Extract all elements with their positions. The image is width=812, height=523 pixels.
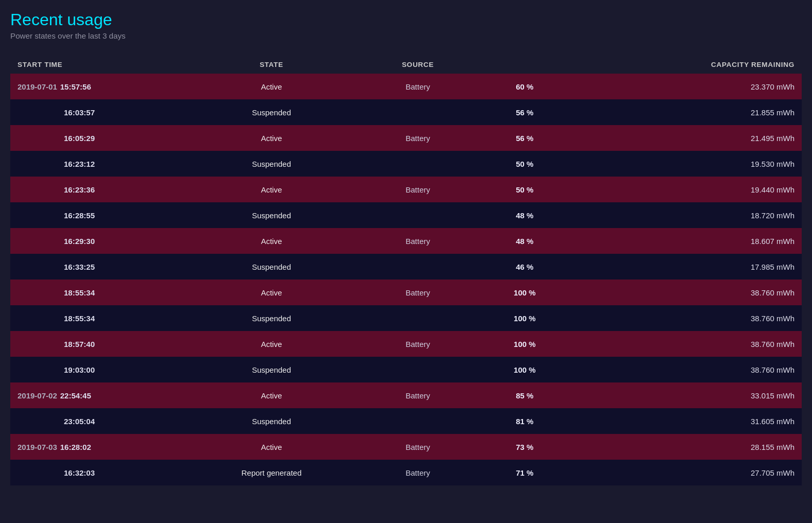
- col-header-source: SOURCE: [359, 56, 477, 74]
- table-row: 18:57:40ActiveBattery100 %38.760 mWh: [10, 331, 802, 357]
- cell-start-time: 2019-07-0316:28:02: [10, 434, 184, 460]
- cell-source: [359, 254, 477, 280]
- cell-capacity-mwh: 21.855 mWh: [572, 99, 802, 125]
- cell-capacity-percent: 46 %: [477, 254, 572, 280]
- cell-state: Suspended: [184, 99, 359, 125]
- cell-state: Suspended: [184, 305, 359, 331]
- time-part: 22:54:45: [60, 391, 91, 400]
- cell-capacity-percent: 48 %: [477, 228, 572, 254]
- col-header-start-time: START TIME: [10, 56, 184, 74]
- table-row: 16:28:55Suspended48 %18.720 mWh: [10, 202, 802, 228]
- cell-source: [359, 357, 477, 382]
- cell-source: Battery: [359, 434, 477, 460]
- cell-source: [359, 99, 477, 125]
- cell-source: Battery: [359, 74, 477, 99]
- cell-state: Active: [184, 125, 359, 151]
- cell-state: Active: [184, 74, 359, 99]
- cell-source: Battery: [359, 177, 477, 202]
- cell-capacity-mwh: 18.607 mWh: [572, 228, 802, 254]
- table-header-row: START TIME STATE SOURCE CAPACITY REMAINI…: [10, 56, 802, 74]
- cell-start-time: 16:33:25: [10, 254, 184, 280]
- cell-capacity-mwh: 33.015 mWh: [572, 382, 802, 408]
- time-part: 16:05:29: [64, 134, 95, 143]
- cell-source: [359, 408, 477, 434]
- cell-state: Active: [184, 434, 359, 460]
- cell-start-time: 16:32:03: [10, 460, 184, 485]
- cell-state: Active: [184, 280, 359, 305]
- table-row: 18:55:34ActiveBattery100 %38.760 mWh: [10, 280, 802, 305]
- table-row: 16:32:03Report generatedBattery71 %27.70…: [10, 460, 802, 485]
- time-part: 16:33:25: [64, 263, 95, 271]
- cell-start-time: 18:55:34: [10, 305, 184, 331]
- cell-capacity-percent: 50 %: [477, 177, 572, 202]
- cell-state: Active: [184, 382, 359, 408]
- table-row: 19:03:00Suspended100 %38.760 mWh: [10, 357, 802, 382]
- cell-state: Suspended: [184, 151, 359, 177]
- table-row: 2019-07-0115:57:56ActiveBattery60 %23.37…: [10, 74, 802, 99]
- cell-state: Active: [184, 331, 359, 357]
- cell-capacity-percent: 60 %: [477, 74, 572, 99]
- cell-start-time: 2019-07-0115:57:56: [10, 74, 184, 99]
- time-part: 18:55:34: [64, 288, 95, 297]
- cell-state: Suspended: [184, 254, 359, 280]
- date-part: 2019-07-03: [18, 443, 57, 451]
- usage-table: START TIME STATE SOURCE CAPACITY REMAINI…: [10, 56, 802, 485]
- cell-state: Suspended: [184, 357, 359, 382]
- col-header-capacity: CAPACITY REMAINING: [477, 56, 802, 74]
- cell-start-time: 16:23:12: [10, 151, 184, 177]
- cell-source: Battery: [359, 460, 477, 485]
- cell-capacity-mwh: 27.705 mWh: [572, 460, 802, 485]
- cell-start-time: 19:03:00: [10, 357, 184, 382]
- cell-capacity-percent: 50 %: [477, 151, 572, 177]
- cell-start-time: 23:05:04: [10, 408, 184, 434]
- time-part: 18:57:40: [64, 340, 95, 348]
- cell-source: [359, 305, 477, 331]
- cell-capacity-mwh: 17.985 mWh: [572, 254, 802, 280]
- cell-start-time: 18:57:40: [10, 331, 184, 357]
- table-row: 18:55:34Suspended100 %38.760 mWh: [10, 305, 802, 331]
- cell-capacity-mwh: 18.720 mWh: [572, 202, 802, 228]
- table-row: 16:23:36ActiveBattery50 %19.440 mWh: [10, 177, 802, 202]
- cell-capacity-percent: 100 %: [477, 280, 572, 305]
- cell-start-time: 16:23:36: [10, 177, 184, 202]
- time-part: 18:55:34: [64, 314, 95, 323]
- cell-source: Battery: [359, 280, 477, 305]
- cell-capacity-percent: 56 %: [477, 125, 572, 151]
- cell-start-time: 16:28:55: [10, 202, 184, 228]
- cell-capacity-mwh: 19.530 mWh: [572, 151, 802, 177]
- cell-start-time: 16:05:29: [10, 125, 184, 151]
- cell-state: Active: [184, 177, 359, 202]
- cell-start-time: 2019-07-0222:54:45: [10, 382, 184, 408]
- col-header-state: STATE: [184, 56, 359, 74]
- cell-start-time: 16:03:57: [10, 99, 184, 125]
- cell-capacity-percent: 81 %: [477, 408, 572, 434]
- cell-capacity-percent: 56 %: [477, 99, 572, 125]
- time-part: 16:23:12: [64, 160, 95, 168]
- cell-source: Battery: [359, 125, 477, 151]
- cell-source: Battery: [359, 228, 477, 254]
- time-part: 16:28:02: [60, 443, 91, 451]
- cell-source: [359, 202, 477, 228]
- page-title: Recent usage: [10, 10, 802, 29]
- time-part: 16:32:03: [64, 468, 95, 477]
- table-row: 23:05:04Suspended81 %31.605 mWh: [10, 408, 802, 434]
- time-part: 16:29:30: [64, 237, 95, 246]
- table-row: 16:05:29ActiveBattery56 %21.495 mWh: [10, 125, 802, 151]
- cell-capacity-mwh: 28.155 mWh: [572, 434, 802, 460]
- cell-source: [359, 151, 477, 177]
- time-part: 19:03:00: [64, 365, 95, 374]
- time-part: 16:28:55: [64, 211, 95, 220]
- cell-state: Suspended: [184, 408, 359, 434]
- cell-state: Active: [184, 228, 359, 254]
- cell-capacity-percent: 100 %: [477, 357, 572, 382]
- table-row: 2019-07-0222:54:45ActiveBattery85 %33.01…: [10, 382, 802, 408]
- cell-capacity-mwh: 21.495 mWh: [572, 125, 802, 151]
- date-part: 2019-07-01: [18, 82, 57, 91]
- cell-capacity-percent: 73 %: [477, 434, 572, 460]
- cell-capacity-percent: 100 %: [477, 305, 572, 331]
- cell-start-time: 18:55:34: [10, 280, 184, 305]
- cell-capacity-mwh: 19.440 mWh: [572, 177, 802, 202]
- cell-capacity-mwh: 23.370 mWh: [572, 74, 802, 99]
- cell-start-time: 16:29:30: [10, 228, 184, 254]
- table-row: 16:29:30ActiveBattery48 %18.607 mWh: [10, 228, 802, 254]
